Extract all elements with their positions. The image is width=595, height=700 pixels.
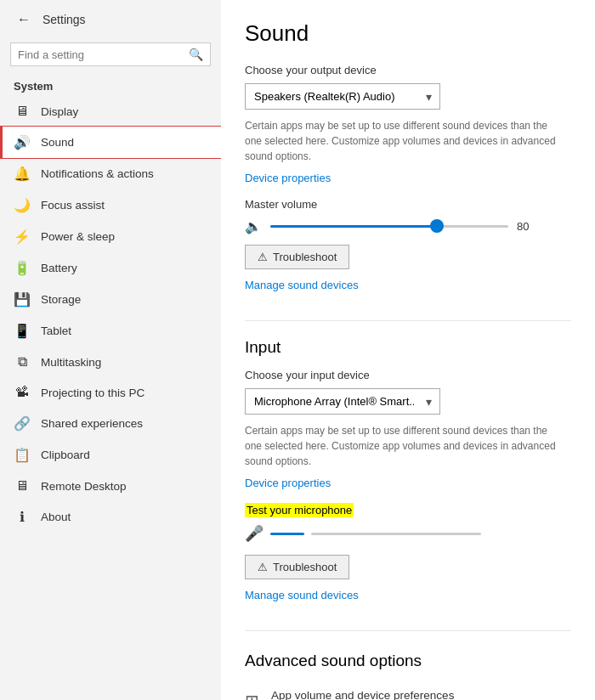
sidebar-item-label: Focus assist [41, 199, 105, 212]
mic-level-fill [270, 533, 304, 535]
volume-speaker-icon: 🔈 [245, 218, 262, 234]
troubleshoot-label: Troubleshoot [273, 251, 337, 263]
sidebar-item-projecting[interactable]: 📽 Projecting to this PC [0, 377, 221, 408]
sidebar-item-tablet[interactable]: 📱 Tablet [0, 315, 221, 347]
sidebar-item-label: About [41, 511, 71, 523]
sidebar-item-storage[interactable]: 💾 Storage [0, 284, 221, 315]
page-title: Sound [245, 20, 571, 47]
sidebar: ← Settings 🔍 System 🖥 Display 🔊 Sound 🔔 … [0, 0, 221, 700]
warning-icon-2: ⚠ [258, 561, 268, 573]
warning-icon: ⚠ [258, 251, 268, 263]
clipboard-icon: 📋 [14, 447, 31, 463]
back-button[interactable]: ← [14, 10, 34, 29]
sidebar-header: ← Settings [0, 0, 221, 39]
search-input[interactable] [18, 48, 189, 61]
sidebar-item-focus[interactable]: 🌙 Focus assist [0, 189, 221, 221]
focus-icon: 🌙 [14, 197, 31, 213]
volume-label: Master volume [245, 198, 571, 211]
sidebar-item-label: Tablet [41, 325, 71, 337]
sidebar-item-power[interactable]: ⚡ Power & sleep [0, 221, 221, 252]
output-device-label: Choose your output device [245, 64, 571, 76]
sidebar-item-label: Notifications & actions [41, 167, 154, 180]
slider-thumb[interactable] [430, 219, 444, 233]
slider-track [270, 225, 508, 228]
sidebar-item-label: Clipboard [41, 449, 90, 461]
volume-row: 🔈 80 [245, 217, 571, 234]
divider-1 [245, 320, 571, 321]
sidebar-item-label: Battery [41, 262, 77, 274]
sidebar-item-label: Shared experiences [41, 417, 143, 430]
advanced-item-text: App volume and device preferences Custom… [271, 689, 555, 700]
notifications-icon: 🔔 [14, 166, 31, 182]
about-icon: ℹ [14, 509, 31, 525]
settings-title: Settings [42, 13, 86, 26]
remote-icon: 🖥 [14, 478, 31, 494]
output-troubleshoot-button[interactable]: ⚠ Troubleshoot [245, 245, 349, 269]
power-icon: ⚡ [14, 229, 31, 245]
search-box[interactable]: 🔍 [10, 42, 211, 66]
advanced-item: ⊞ App volume and device preferences Cust… [245, 682, 571, 700]
slider-fill [270, 225, 437, 228]
tablet-icon: 📱 [14, 323, 31, 339]
sidebar-item-label: Remote Desktop [41, 480, 127, 493]
volume-value: 80 [517, 220, 537, 233]
multitasking-icon: ⧉ [14, 354, 31, 370]
sidebar-item-label: Multitasking [41, 356, 101, 369]
output-device-select-wrapper: Speakers (Realtek(R) Audio) HDMI Output … [245, 83, 440, 110]
sidebar-item-remote[interactable]: 🖥 Remote Desktop [0, 471, 221, 501]
input-device-label: Choose your input device [245, 369, 571, 381]
test-mic-label: Test your microphone [245, 503, 354, 517]
main-content: Sound Choose your output device Speakers… [221, 0, 595, 700]
sidebar-item-label: Display [41, 105, 78, 118]
microphone-icon: 🎤 [245, 524, 264, 543]
output-section: Choose your output device Speakers (Real… [245, 64, 571, 305]
volume-section: Master volume 🔈 80 [245, 198, 571, 234]
mic-level-track [311, 533, 481, 535]
advanced-item-title: App volume and device preferences [271, 689, 555, 700]
shared-icon: 🔗 [14, 415, 31, 432]
projecting-icon: 📽 [14, 385, 31, 400]
search-icon-button[interactable]: 🔍 [189, 48, 203, 61]
sidebar-item-shared[interactable]: 🔗 Shared experiences [0, 408, 221, 439]
sidebar-item-about[interactable]: ℹ About [0, 501, 221, 533]
output-description: Certain apps may be set up to use differ… [245, 118, 559, 164]
sidebar-item-battery[interactable]: 🔋 Battery [0, 252, 221, 284]
sidebar-item-multitasking[interactable]: ⧉ Multitasking [0, 347, 221, 377]
sidebar-item-label: Storage [41, 293, 81, 306]
sidebar-item-notifications[interactable]: 🔔 Notifications & actions [0, 158, 221, 189]
input-heading: Input [245, 338, 571, 357]
sidebar-item-clipboard[interactable]: 📋 Clipboard [0, 439, 221, 471]
output-manage-link[interactable]: Manage sound devices [245, 279, 359, 291]
sidebar-item-label: Projecting to this PC [41, 387, 144, 399]
advanced-section: Advanced sound options ⊞ App volume and … [245, 652, 571, 700]
input-troubleshoot-button[interactable]: ⚠ Troubleshoot [245, 555, 349, 579]
output-device-select[interactable]: Speakers (Realtek(R) Audio) HDMI Output … [245, 83, 440, 110]
input-device-select-wrapper: Microphone Array (Intel® Smart... Other … [245, 388, 440, 415]
input-description: Certain apps may be set up to use differ… [245, 423, 559, 469]
troubleshoot-label-2: Troubleshoot [273, 561, 337, 573]
battery-icon: 🔋 [14, 260, 31, 276]
divider-2 [245, 630, 571, 631]
input-section: Input Choose your input device Microphon… [245, 338, 571, 615]
sidebar-item-sound[interactable]: 🔊 Sound [0, 127, 221, 158]
mic-row: 🎤 [245, 524, 571, 543]
sidebar-item-label: Power & sleep [41, 230, 115, 243]
input-device-select[interactable]: Microphone Array (Intel® Smart... Other … [245, 388, 440, 415]
input-device-properties-link[interactable]: Device properties [245, 477, 331, 489]
equalizer-icon: ⊞ [245, 691, 259, 700]
sound-icon: 🔊 [14, 134, 31, 150]
output-device-properties-link[interactable]: Device properties [245, 172, 331, 184]
storage-icon: 💾 [14, 291, 31, 308]
input-manage-link[interactable]: Manage sound devices [245, 589, 359, 601]
volume-slider[interactable] [270, 217, 508, 234]
system-label: System [0, 75, 221, 96]
advanced-heading: Advanced sound options [245, 652, 571, 670]
display-icon: 🖥 [14, 104, 31, 119]
sidebar-item-display[interactable]: 🖥 Display [0, 96, 221, 127]
test-mic-label-wrapper: Test your microphone [245, 503, 571, 524]
sidebar-item-label: Sound [41, 136, 74, 149]
